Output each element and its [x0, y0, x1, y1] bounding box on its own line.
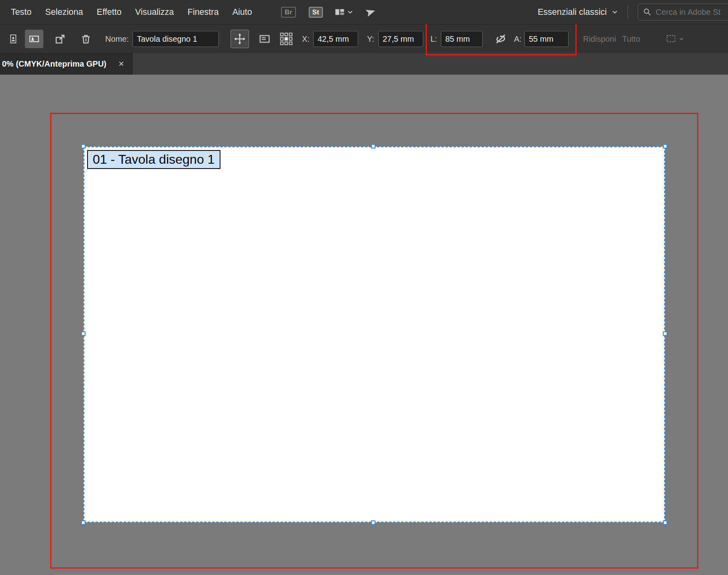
search-input[interactable]: [656, 8, 728, 17]
artboard-control-bar: Nome:: [0, 24, 728, 53]
selection-handle-bottom-right[interactable]: [663, 520, 667, 525]
width-label: L:: [430, 24, 437, 53]
menu-finestra[interactable]: Finestra: [181, 0, 226, 24]
chevron-down-icon: [612, 9, 618, 15]
workspace-switcher[interactable]: Essenziali classici: [538, 7, 618, 17]
constrain-proportions-broken-link-icon[interactable]: [494, 32, 508, 46]
menu-effetto[interactable]: Effetto: [90, 0, 128, 24]
canvas-area[interactable]: 01 - Tavola disegno 1: [0, 75, 728, 575]
selection-handle-middle-right[interactable]: [663, 331, 667, 336]
artboard-landscape-preset-button[interactable]: [25, 30, 43, 48]
artboard-portrait-preset-button[interactable]: [4, 30, 22, 48]
arrange-artboards-icon: [663, 32, 686, 46]
close-icon[interactable]: ×: [118, 59, 124, 69]
selection-handle-top-left[interactable]: [81, 144, 86, 148]
selection-handle-bottom-left[interactable]: [81, 520, 86, 525]
menu-bar: Testo Seleziona Effetto Visualizza Fines…: [0, 0, 728, 24]
document-tab-title: 0% (CMYK/Anteprima GPU): [2, 59, 106, 69]
x-position-label: X:: [302, 24, 310, 53]
selection-handle-middle-left[interactable]: [81, 331, 86, 336]
workspace-label: Essenziali classici: [538, 7, 607, 17]
move-artwork-with-artboard-button[interactable]: [230, 30, 249, 48]
height-label: A:: [514, 24, 522, 53]
menu-aiuto[interactable]: Aiuto: [226, 0, 259, 24]
artboard-options-icon[interactable]: [258, 32, 271, 46]
menu-visualizza[interactable]: Visualizza: [128, 0, 181, 24]
y-position-input[interactable]: [378, 31, 423, 47]
menu-seleziona[interactable]: Seleziona: [38, 0, 90, 24]
height-input[interactable]: [524, 31, 569, 47]
search-icon: [643, 8, 652, 16]
adobe-stock-searchbox[interactable]: [638, 4, 728, 20]
artboard-name-label: Nome:: [105, 24, 129, 53]
document-tab-bar: 0% (CMYK/Anteprima GPU) ×: [0, 53, 728, 75]
delete-artboard-trash-icon[interactable]: [80, 33, 92, 45]
artboard-name-tag[interactable]: 01 - Tavola disegno 1: [87, 150, 220, 169]
stock-badge[interactable]: St: [309, 7, 323, 18]
y-position-label: Y:: [367, 24, 374, 53]
document-tab[interactable]: 0% (CMYK/Anteprima GPU) ×: [0, 53, 133, 75]
share-icon[interactable]: [365, 7, 376, 17]
reference-point-grid-icon[interactable]: [279, 32, 293, 46]
new-artboard-icon[interactable]: [54, 33, 67, 45]
x-position-input[interactable]: [313, 31, 358, 47]
chevron-down-icon: [347, 9, 353, 15]
chevron-down-icon: [679, 36, 684, 42]
rearrange-all-button: Ridisponi Tutto: [583, 24, 640, 53]
selection-handle-bottom-center[interactable]: [371, 520, 375, 525]
menubar-divider: [628, 5, 628, 19]
illustrator-window: Testo Seleziona Effetto Visualizza Fines…: [0, 0, 728, 575]
artboard-name-input[interactable]: [133, 31, 219, 47]
menu-testo[interactable]: Testo: [4, 0, 38, 24]
document-layout-icon[interactable]: [335, 7, 353, 17]
width-input[interactable]: [441, 31, 483, 47]
selection-handle-top-right[interactable]: [663, 144, 667, 148]
bridge-badge[interactable]: Br: [281, 7, 296, 18]
artboard[interactable]: 01 - Tavola disegno 1: [84, 146, 665, 522]
selection-handle-top-center[interactable]: [371, 144, 375, 148]
